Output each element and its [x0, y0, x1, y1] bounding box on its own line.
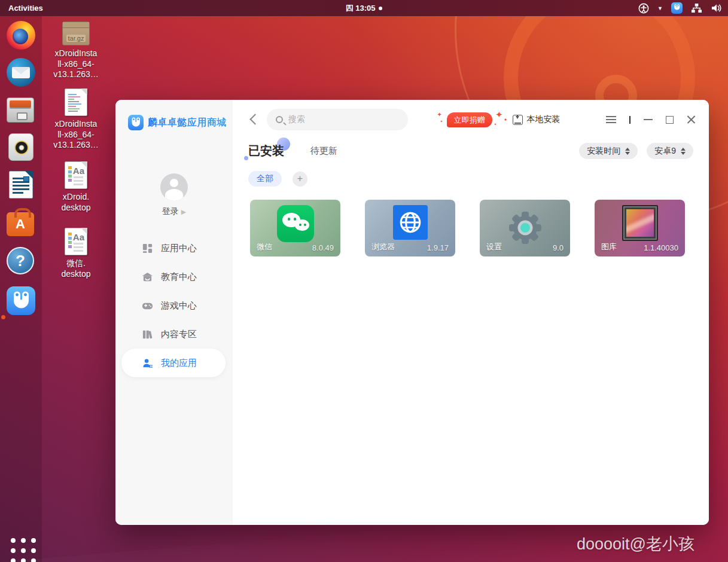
- sort-arrows-icon: [681, 148, 686, 155]
- dock-app-store[interactable]: [7, 286, 35, 315]
- app-store-window: 麟卓卓懿应用商城 登录 ▶ 应用中心: [115, 100, 709, 525]
- add-category-button[interactable]: +: [293, 172, 307, 187]
- category-row: 全部 +: [233, 159, 709, 187]
- desktop-file-icon: Aa: [65, 161, 87, 189]
- dock-file-archiver[interactable]: [7, 96, 35, 124]
- local-install-button[interactable]: 本地安装: [513, 114, 561, 125]
- desktop-icon-xdroid-desktop[interactable]: Aa xDroid.desktop: [43, 161, 109, 213]
- chevron-right-icon: ▶: [181, 208, 186, 216]
- main-panel: 搜索 ✦ ✦ 立即捐赠 ✦ ✦ ✦ 本地安装: [233, 100, 709, 525]
- dock-firefox[interactable]: [7, 21, 35, 50]
- app-card-browser[interactable]: 浏览器 1.9.17: [365, 200, 455, 256]
- app-version: 1.1.40030: [644, 243, 678, 252]
- close-button[interactable]: [687, 115, 696, 124]
- sidebar-item-my-apps[interactable]: 我的应用: [121, 349, 226, 377]
- app-card-gallery[interactable]: 图库 1.1.40030: [595, 200, 685, 256]
- clock[interactable]: 四 13:05: [346, 3, 383, 14]
- desktop-icon-targz[interactable]: tar.gz xDroidInstall-x86_64-v13.1.263…: [43, 22, 109, 80]
- search-icon: [276, 116, 283, 123]
- tab-installed[interactable]: 已安装: [248, 143, 284, 159]
- clock-label: 四 13:05: [346, 3, 376, 14]
- app-grid: 微信 8.0.49 浏览器 1.9.17: [233, 187, 709, 256]
- sidebar-item-game-center[interactable]: 游戏中心: [115, 291, 233, 320]
- app-logo-icon: [128, 115, 144, 130]
- dock-rhythmbox[interactable]: [7, 133, 35, 162]
- app-store-penguin-icon: [7, 286, 35, 315]
- activities-button[interactable]: Activities: [8, 4, 43, 13]
- dock-help[interactable]: ?: [7, 247, 35, 276]
- notification-dot-icon: [379, 7, 382, 10]
- watermark: dooooit@老小孩: [577, 533, 695, 555]
- archive-badge: tar.gz: [66, 35, 86, 42]
- desktop-icon-label: xDroidInstall-x86_64-v13.1.263…: [43, 48, 109, 80]
- donate-button[interactable]: 立即捐赠: [447, 112, 492, 127]
- app-name: 微信: [257, 242, 272, 252]
- app-card-wechat[interactable]: 微信 8.0.49: [250, 200, 340, 256]
- active-tab-dot: [244, 156, 248, 160]
- accessibility-icon[interactable]: [638, 3, 649, 14]
- avatar[interactable]: [160, 173, 188, 201]
- desktop-icon-label: xDroid.desktop: [43, 192, 109, 213]
- dock-libreoffice-writer[interactable]: [7, 171, 35, 200]
- sidebar: 麟卓卓懿应用商城 登录 ▶ 应用中心: [115, 100, 233, 525]
- app-version: 1.9.17: [427, 243, 449, 252]
- app-name: 设置: [486, 242, 502, 252]
- running-indicator-dot: [1, 315, 5, 319]
- sidebar-nav: 应用中心 教育中心 游戏中心: [115, 234, 233, 377]
- minimize-button[interactable]: [644, 119, 653, 120]
- tab-pending-update[interactable]: 待更新: [310, 145, 337, 157]
- sparkle-icon: ✦: [495, 110, 503, 119]
- books-icon: [141, 328, 153, 340]
- sidebar-item-content-zone[interactable]: 内容专区: [115, 320, 233, 349]
- desktop-icon-textfile[interactable]: xDroidInstall-x86_64-v13.1.263…: [43, 88, 109, 151]
- local-install-label: 本地安装: [527, 114, 561, 125]
- search-input[interactable]: 搜索: [267, 109, 408, 130]
- desktop-icon-label: xDroidInstall-x86_64-v13.1.263…: [43, 119, 109, 151]
- sidebar-item-label: 教育中心: [161, 271, 197, 283]
- dock-thunderbird[interactable]: [7, 58, 35, 87]
- sidebar-item-education-center[interactable]: 教育中心: [115, 262, 233, 291]
- window-header: 搜索 ✦ ✦ 立即捐赠 ✦ ✦ ✦ 本地安装: [233, 100, 709, 139]
- desktop-icon-label: 微信.desktop: [43, 258, 109, 279]
- desktop-file-icon: Aa: [65, 228, 87, 255]
- app-title: 麟卓卓懿应用商城: [148, 117, 227, 129]
- firefox-icon: [7, 21, 35, 50]
- dock: A ?: [0, 16, 42, 562]
- document-icon: [9, 171, 33, 198]
- user-icon: [141, 357, 153, 369]
- maximize-button[interactable]: [666, 116, 674, 124]
- dock-ubuntu-software[interactable]: A: [7, 209, 35, 238]
- app-name: 图库: [601, 242, 617, 252]
- app-store-tray-icon[interactable]: [671, 2, 683, 14]
- school-icon: [141, 271, 153, 283]
- sort-arrows-icon: [625, 148, 630, 155]
- android-version-dropdown[interactable]: 安卓9: [647, 143, 693, 159]
- desktop-icon-wechat-desktop[interactable]: Aa 微信.desktop: [43, 228, 109, 279]
- volume-icon[interactable]: [711, 3, 722, 13]
- app-card-settings[interactable]: 设置 9.0: [480, 200, 570, 256]
- category-all-pill[interactable]: 全部: [248, 171, 282, 187]
- back-button[interactable]: [248, 114, 259, 125]
- sort-dropdown-label: 安装时间: [587, 146, 620, 157]
- globe-browser-icon: [393, 205, 428, 240]
- sidebar-item-app-center[interactable]: 应用中心: [115, 234, 233, 262]
- wechat-icon: [277, 205, 314, 242]
- gear-icon: [504, 205, 547, 248]
- donate-area: ✦ ✦ 立即捐赠 ✦ ✦ ✦: [447, 114, 492, 126]
- archive-icon: tar.gz: [62, 22, 90, 45]
- caret-down-icon[interactable]: ▼: [657, 5, 663, 11]
- login-button[interactable]: 登录 ▶: [115, 206, 233, 217]
- network-icon[interactable]: [691, 3, 702, 13]
- desktop: Activities 四 13:05 ▼: [0, 0, 728, 562]
- gallery-icon: [622, 205, 658, 241]
- top-bar: Activities 四 13:05 ▼: [0, 0, 728, 16]
- gamepad-icon: [141, 300, 153, 311]
- hamburger-menu-icon[interactable]: [606, 116, 616, 123]
- show-applications-button[interactable]: [11, 538, 35, 562]
- window-controls: [606, 115, 696, 124]
- app-version: 8.0.49: [312, 243, 334, 252]
- sidebar-item-label: 我的应用: [161, 358, 197, 369]
- tabs-row: 已安装 待更新 安装时间 安卓9: [233, 139, 709, 159]
- sort-dropdown[interactable]: 安装时间: [579, 143, 638, 159]
- question-mark-icon: ?: [7, 247, 34, 274]
